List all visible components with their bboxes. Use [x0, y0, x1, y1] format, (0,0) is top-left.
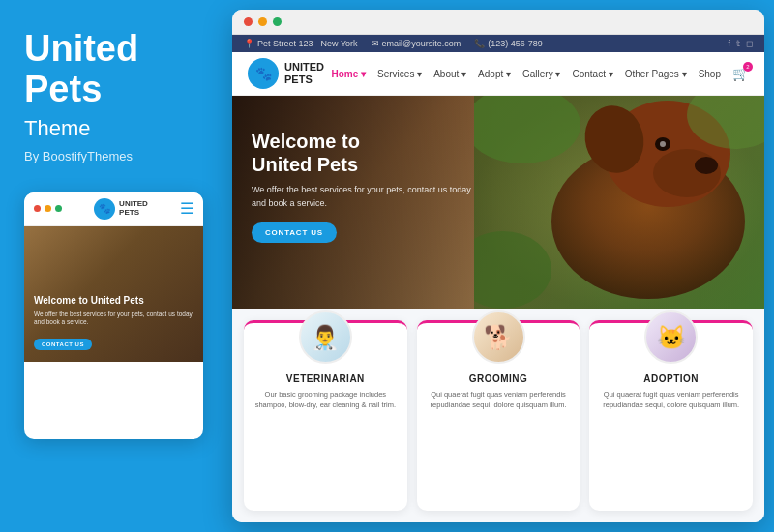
- dot-yellow: [45, 205, 51, 212]
- info-bar: 📍 Pet Street 123 - New York ✉ email@your…: [232, 35, 764, 52]
- facebook-icon[interactable]: f: [728, 39, 730, 48]
- browser-dot-red: [244, 17, 253, 26]
- vet-avatar: 👨‍⚕️: [299, 310, 352, 364]
- adopt-title: ADOPTION: [643, 373, 699, 384]
- info-bar-left: 📍 Pet Street 123 - New York ✉ email@your…: [244, 39, 543, 48]
- left-by: By BoostifyThemes: [24, 149, 208, 163]
- nav-item-gallery[interactable]: Gallery ▾: [522, 69, 560, 79]
- hero-content: Welcome to United Pets We offer the best…: [252, 130, 474, 243]
- adopt-text: Qui quaerat fugit quas veniam perferendi…: [599, 390, 743, 410]
- phone-text: (123) 456-789: [488, 39, 543, 48]
- dot-green: [55, 205, 62, 212]
- browser-content: 📍 Pet Street 123 - New York ✉ email@your…: [232, 35, 764, 522]
- mobile-top-bar: 🐾 UNITED PETS ☰: [24, 192, 203, 226]
- mobile-hero-title: Welcome to United Pets: [34, 295, 194, 307]
- card-grooming: 🐕 GROOMING Qui quaerat fugit quas veniam…: [417, 320, 580, 511]
- mobile-logo-icon: 🐾: [94, 198, 115, 220]
- nav-logo: 🐾 UNITED PETS: [248, 58, 324, 89]
- mobile-contact-button[interactable]: CONTACT US: [34, 339, 92, 350]
- left-panel: United Pets Theme By BoostifyThemes 🐾 UN…: [0, 0, 232, 532]
- nav-item-home[interactable]: Home ▾: [331, 69, 366, 79]
- svg-point-6: [660, 141, 666, 147]
- nav-item-services[interactable]: Services ▾: [377, 69, 422, 79]
- contact-us-button[interactable]: CONTACT US: [252, 222, 337, 243]
- phone-item: 📞 (123) 456-789: [474, 39, 543, 48]
- left-subtitle: Theme: [24, 116, 208, 141]
- mobile-hero-text: We offer the best services for your pets…: [34, 310, 194, 327]
- location-icon: 📍: [244, 39, 254, 48]
- groom-title: GROOMING: [469, 373, 528, 384]
- hero-text: We offer the best services for your pets…: [252, 184, 474, 210]
- nav-logo-icon: 🐾: [248, 58, 279, 89]
- nav-menu: Home ▾ Services ▾ About ▾ Adopt ▾ Galler…: [331, 66, 749, 81]
- mobile-hero: Welcome to United Pets We offer the best…: [24, 226, 203, 362]
- title-line2: Pets: [24, 69, 102, 109]
- twitter-icon[interactable]: 𝕥: [736, 39, 740, 48]
- vet-title: VETERINARIAN: [286, 373, 365, 384]
- mobile-hero-content: Welcome to United Pets We offer the best…: [34, 295, 194, 350]
- browser-chrome: [232, 10, 764, 35]
- dog-image: [474, 96, 764, 309]
- nav-item-adopt[interactable]: Adopt ▾: [478, 69, 511, 79]
- vet-text: Our basic grooming package includes sham…: [253, 390, 398, 410]
- email-icon: ✉: [372, 39, 379, 48]
- browser-mockup: 📍 Pet Street 123 - New York ✉ email@your…: [232, 10, 764, 522]
- nav-item-about[interactable]: About ▾: [433, 69, 466, 79]
- dot-red: [34, 205, 41, 212]
- browser-dot-yellow: [258, 17, 267, 26]
- card-adoption: 🐱 ADOPTION Qui quaerat fugit quas veniam…: [589, 320, 753, 511]
- nav-item-other[interactable]: Other Pages ▾: [625, 69, 687, 79]
- cards-section: 👨‍⚕️ VETERINARIAN Our basic grooming pac…: [232, 309, 764, 522]
- address-item: 📍 Pet Street 123 - New York: [244, 39, 358, 48]
- nav-item-shop[interactable]: Shop: [699, 69, 721, 79]
- cart-icon[interactable]: 🛒 2: [732, 66, 749, 81]
- adopt-avatar: 🐱: [644, 310, 698, 364]
- mobile-logo-text: UNITED PETS: [119, 200, 148, 218]
- instagram-icon[interactable]: ◻: [746, 39, 753, 48]
- card-veterinarian: 👨‍⚕️ VETERINARIAN Our basic grooming pac…: [244, 320, 407, 511]
- cart-badge: 2: [743, 62, 753, 72]
- hamburger-icon[interactable]: ☰: [180, 199, 194, 218]
- nav-item-contact[interactable]: Contact ▾: [572, 69, 612, 79]
- nav-logo-text: UNITED PETS: [284, 61, 324, 86]
- nav-bar: 🐾 UNITED PETS Home ▾ Services ▾ About ▾ …: [232, 52, 764, 96]
- email-text: email@yoursite.com: [382, 39, 461, 48]
- groom-text: Qui quaerat fugit quas veniam perferendi…: [427, 390, 571, 410]
- left-title: United Pets: [24, 29, 208, 110]
- hero-section: Welcome to United Pets We offer the best…: [232, 96, 764, 309]
- browser-dot-green: [273, 17, 282, 26]
- mobile-dots: [34, 205, 62, 212]
- mobile-mockup: 🐾 UNITED PETS ☰ Welcome to United Pets W…: [24, 192, 203, 439]
- mobile-logo: 🐾 UNITED PETS: [94, 198, 148, 220]
- hero-title: Welcome to United Pets: [252, 130, 474, 176]
- title-line1: United: [24, 28, 138, 69]
- social-icons: f 𝕥 ◻: [728, 39, 753, 48]
- groom-avatar: 🐕: [472, 310, 525, 364]
- svg-point-4: [695, 157, 718, 174]
- email-item: ✉ email@yoursite.com: [372, 39, 461, 48]
- address-text: Pet Street 123 - New York: [257, 39, 358, 48]
- phone-icon: 📞: [474, 39, 485, 48]
